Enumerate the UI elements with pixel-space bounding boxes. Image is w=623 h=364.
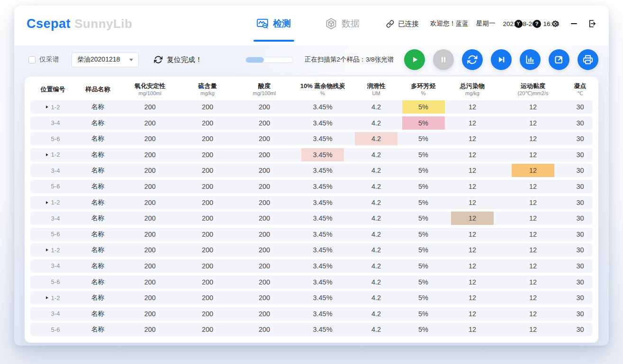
pah-cell: 5%	[400, 180, 446, 193]
residue-cell: 3.45%	[293, 180, 352, 193]
sample-name-cell: 名称	[75, 116, 120, 130]
table-row[interactable]: 3-4名称2002002003.45%4.25%121230	[30, 259, 593, 273]
table-row[interactable]: 5-6名称2002002003.45%4.25%121230	[30, 228, 593, 241]
column-label: 氧化安定性	[135, 83, 165, 90]
highlighted-value: 5%	[402, 116, 445, 130]
skip-button[interactable]	[491, 49, 512, 70]
residue-cell: 3.45%	[293, 116, 352, 130]
tools-icon[interactable]	[514, 19, 523, 28]
lubricity-cell: 4.2	[352, 100, 400, 114]
table-row[interactable]: 1-2名称2002002003.45%4.25%121230	[30, 100, 593, 114]
column-unit: mg/100ml	[138, 90, 161, 97]
lubricity-cell: 4.2	[352, 291, 400, 304]
table-row[interactable]: 5-6名称2002002003.45%4.25%121230	[30, 275, 593, 289]
connection-status-label: 已连接	[398, 19, 419, 28]
sample-select[interactable]: 柴油20201218	[72, 53, 139, 67]
freezing-cell: 30	[568, 212, 593, 225]
sample-name-cell: 名称	[75, 196, 120, 209]
position-cell: 5-6	[30, 323, 75, 336]
detect-monitor-icon	[256, 18, 269, 30]
chevron-down-icon	[129, 59, 133, 61]
gear-icon[interactable]: ⚙	[551, 19, 560, 28]
viscosity-cell: 12	[498, 228, 568, 241]
table-row[interactable]: 1-2名称2002002003.45%4.25%121230	[30, 243, 593, 257]
contaminants-cell: 12	[446, 228, 498, 241]
column-unit: mg/100ml	[253, 90, 276, 97]
sample-name-cell: 名称	[75, 212, 120, 225]
residue-cell: 3.45%	[293, 243, 352, 257]
refresh-button[interactable]	[462, 49, 483, 70]
chart-button[interactable]	[520, 49, 541, 70]
help-icon[interactable]: ?	[533, 19, 541, 28]
table-row[interactable]: 1-2名称2002002003.45%4.25%121230	[30, 196, 593, 209]
viscosity-cell: 12	[498, 243, 568, 257]
oxidation-cell: 200	[120, 259, 180, 273]
table-header-row: 位置编号样品名称氧化安定性mg/100ml硫含量mg/kg酸度mg/100ml1…	[30, 79, 593, 100]
minimize-icon[interactable]	[569, 19, 578, 28]
expand-arrow-icon[interactable]	[46, 296, 48, 299]
table-row[interactable]: 1-2名称2002002003.45%4.25%121230	[30, 148, 593, 161]
sample-name-cell: 名称	[75, 100, 120, 114]
reset-status[interactable]: 复位完成！	[154, 55, 202, 64]
oxidation-cell: 200	[120, 148, 180, 161]
logout-icon[interactable]	[588, 19, 596, 28]
position-label: 5-6	[51, 135, 60, 142]
table-row[interactable]: 5-6名称2002002003.45%4.25%121230	[30, 180, 593, 193]
contaminants-cell: 12	[446, 307, 498, 320]
column-header-viscosity: 运动黏度(20℃)mm2/s	[498, 83, 568, 97]
expand-arrow-icon[interactable]	[46, 153, 48, 156]
column-label: 凝点	[574, 83, 587, 90]
position-cell: 1-2	[30, 100, 75, 114]
expand-arrow-icon[interactable]	[46, 249, 48, 251]
skip-next-icon	[496, 54, 507, 65]
highlighted-value: 12	[512, 164, 554, 177]
pause-button[interactable]	[433, 49, 454, 70]
capture-only-checkbox[interactable]	[28, 56, 36, 63]
table-row[interactable]: 3-4名称2002002003.45%4.25%121230	[30, 164, 593, 177]
sulfur-cell: 200	[180, 180, 235, 193]
lubricity-cell: 4.2	[352, 275, 400, 289]
acidity-cell: 200	[235, 323, 293, 336]
start-button[interactable]	[404, 49, 425, 70]
pah-cell: 5%	[400, 148, 446, 161]
column-header-sulfur: 硫含量mg/kg	[180, 83, 235, 97]
table-row[interactable]: 5-6名称2002002003.45%4.25%121230	[30, 132, 593, 145]
freezing-cell: 30	[568, 100, 593, 114]
oxidation-cell: 200	[120, 132, 180, 145]
expand-arrow-icon[interactable]	[46, 201, 48, 204]
oxidation-cell: 200	[120, 164, 180, 177]
app-header: Csepat SunnyLib 检测	[14, 6, 609, 42]
position-label: 1-2	[51, 247, 60, 254]
oxidation-cell: 200	[120, 307, 180, 320]
expand-arrow-icon[interactable]	[46, 106, 48, 108]
highlighted-value: 3.45%	[301, 148, 344, 161]
contaminants-cell: 12	[446, 116, 498, 130]
position-cell: 3-4	[30, 259, 75, 273]
acidity-cell: 200	[235, 291, 293, 304]
contaminants-cell: 12	[446, 164, 498, 177]
acidity-cell: 200	[235, 259, 293, 273]
freezing-cell: 30	[568, 116, 593, 130]
export-button[interactable]	[549, 49, 569, 70]
viscosity-cell: 12	[498, 164, 568, 177]
table-row[interactable]: 1-2名称2002002003.45%4.25%121230	[30, 291, 593, 304]
lubricity-cell: 4.2	[352, 196, 400, 209]
acidity-cell: 200	[235, 100, 293, 114]
position-label: 1-2	[51, 151, 60, 158]
table-row[interactable]: 5-6名称2002002003.45%4.25%121230	[30, 323, 593, 336]
tab-data[interactable]: 数据	[322, 6, 362, 42]
play-icon	[409, 54, 420, 65]
table-row[interactable]: 3-4名称2002002003.45%4.25%121230	[30, 307, 593, 320]
oxidation-cell: 200	[120, 180, 180, 193]
table-row[interactable]: 3-4名称2002002003.45%4.25%121230	[30, 116, 593, 130]
viscosity-cell: 12	[498, 259, 568, 273]
position-label: 3-4	[51, 262, 60, 269]
sulfur-cell: 200	[180, 148, 235, 161]
position-cell: 3-4	[30, 307, 75, 320]
print-button[interactable]	[578, 49, 598, 70]
freezing-cell: 30	[568, 148, 593, 161]
tab-detect[interactable]: 检测	[253, 6, 294, 42]
table-row[interactable]: 3-4名称2002002003.45%4.25%121230	[30, 212, 593, 225]
contaminants-cell: 12	[446, 243, 498, 257]
contaminants-cell: 12	[446, 100, 498, 114]
